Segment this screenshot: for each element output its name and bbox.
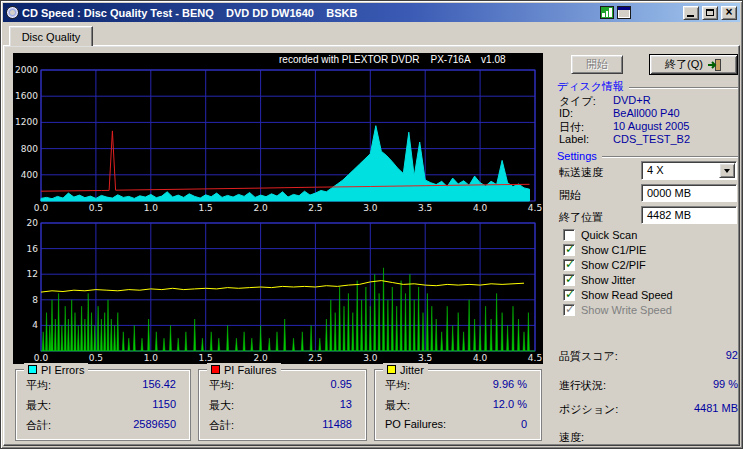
stat-row-value: 156.42 xyxy=(142,378,176,390)
checkbox-show-c1-pie[interactable]: ✓Show C1/PIE xyxy=(563,243,646,256)
start-button[interactable]: 開始 xyxy=(571,55,623,74)
stat-row-value: 11488 xyxy=(322,418,352,430)
svg-text:4.5: 4.5 xyxy=(528,203,542,213)
stat-box-legend: PI Failures xyxy=(207,363,281,376)
checkbox-box[interactable]: ✓ xyxy=(563,289,575,301)
window-tray-icon[interactable] xyxy=(617,6,631,19)
disc-info-row: タイプ:DVD+R xyxy=(559,94,738,107)
stat-box-legend: PI Errors xyxy=(24,363,88,376)
checkbox-box[interactable]: ✓ xyxy=(563,274,575,286)
svg-text:20: 20 xyxy=(27,219,39,228)
svg-text:1.0: 1.0 xyxy=(144,353,159,363)
stat-row-label: PO Failures: xyxy=(385,418,446,430)
disc-info-header-label: ディスク情報 xyxy=(557,79,629,94)
disc-info-row: Label:CDS_TEST_B2 xyxy=(559,133,738,146)
pie-errors-chart-svg: 4008001200160020000.00.51.01.52.02.53.03… xyxy=(13,66,543,214)
quality-score-value: 92 xyxy=(726,349,738,361)
app-cd-icon xyxy=(6,6,19,19)
stat-box-title: Jitter xyxy=(400,364,424,376)
maximize-button[interactable] xyxy=(702,6,718,20)
stat-row-value: 0.95 xyxy=(331,378,352,390)
speed-select-value: 4 X xyxy=(647,164,664,176)
tab-disc-quality[interactable]: Disc Quality xyxy=(9,26,93,46)
divider xyxy=(602,156,738,158)
checkbox-show-read-speed[interactable]: ✓Show Read Speed xyxy=(563,288,673,301)
titlebar[interactable]: CD Speed : Disc Quality Test - BENQ DVD … xyxy=(3,3,740,22)
checkbox-quick-scan[interactable]: Quick Scan xyxy=(563,228,637,241)
application-window: CD Speed : Disc Quality Test - BENQ DVD … xyxy=(0,0,743,449)
stat-row-label: 最大: xyxy=(209,398,234,413)
close-button[interactable]: × xyxy=(721,6,737,20)
disc-info-row-value: BeAll000 P40 xyxy=(613,107,680,119)
svg-text:2.5: 2.5 xyxy=(308,353,322,363)
status-row-value: 4481 MB xyxy=(694,402,738,414)
stat-row-label: 平均: xyxy=(26,378,51,393)
stat-row: 平均:156.42 xyxy=(26,378,176,391)
status-row-1: ポジション:4481 MB xyxy=(559,402,738,415)
stat-row: 平均:9.96 % xyxy=(385,378,527,391)
minimize-button[interactable] xyxy=(683,6,699,20)
exit-door-icon xyxy=(707,58,722,72)
checkmark-icon: ✓ xyxy=(565,302,575,316)
stat-box-title: PI Errors xyxy=(41,364,84,376)
checkmark-icon: ✓ xyxy=(565,242,575,256)
checkbox-show-c2-pif[interactable]: ✓Show C2/PIF xyxy=(563,258,646,271)
pie-errors-chart: 4008001200160020000.00.51.01.52.02.53.03… xyxy=(13,66,543,214)
disc-info-row-value: DVD+R xyxy=(613,94,651,106)
stat-row-value: 13 xyxy=(340,398,352,410)
checkbox-box[interactable]: ✓ xyxy=(563,304,575,316)
stat-row-label: 平均: xyxy=(209,378,234,393)
svg-text:4.0: 4.0 xyxy=(473,203,488,213)
pi-errors-swatch-icon xyxy=(28,365,37,374)
start-button-label: 開始 xyxy=(586,57,608,72)
checkbox-box[interactable]: ✓ xyxy=(563,259,575,271)
status-row-label: ポジション: xyxy=(559,402,618,417)
stat-row-label: 平均: xyxy=(385,378,410,393)
stat-row: 最大:1150 xyxy=(26,398,176,411)
stat-row: 合計:11488 xyxy=(209,418,352,431)
checkbox-box[interactable]: ✓ xyxy=(563,244,575,256)
svg-text:0.5: 0.5 xyxy=(89,203,103,213)
svg-text:0.5: 0.5 xyxy=(89,353,103,363)
pif-jitter-chart-svg: 481216200.00.51.01.52.02.53.03.54.04.5 xyxy=(13,219,543,364)
svg-text:3.0: 3.0 xyxy=(363,203,378,213)
speed-select[interactable]: 4 X xyxy=(641,161,737,180)
svg-text:8: 8 xyxy=(32,295,38,305)
stat-row-value: 2589650 xyxy=(133,418,176,430)
stat-box-jitter: Jitter平均:9.96 %最大:12.0 %PO Failures:0 xyxy=(374,369,542,441)
stat-box-legend: Jitter xyxy=(383,363,428,376)
stat-box-title: PI Failures xyxy=(224,364,277,376)
stat-box-pi-errors: PI Errors平均:156.42最大:1150合計:2589650 xyxy=(15,369,191,441)
stat-row-value: 12.0 % xyxy=(493,398,527,410)
checkbox-label: Quick Scan xyxy=(581,229,637,241)
tab-label: Disc Quality xyxy=(22,31,81,43)
chart-tray-icon[interactable] xyxy=(600,6,614,19)
checkmark-icon: ✓ xyxy=(565,287,575,301)
checkbox-box[interactable] xyxy=(563,229,575,241)
transfer-speed-label: 転送速度 xyxy=(559,165,603,180)
checkbox-label: Show Jitter xyxy=(581,274,635,286)
checkbox-show-write-speed[interactable]: ✓Show Write Speed xyxy=(563,303,672,316)
svg-text:3.0: 3.0 xyxy=(363,353,378,363)
svg-text:1.5: 1.5 xyxy=(199,203,213,213)
disc-info-row: ID:BeAll000 P40 xyxy=(559,107,738,120)
start-position-input[interactable]: 0000 MB xyxy=(641,184,737,202)
disc-info-row-value: CDS_TEST_B2 xyxy=(613,133,690,145)
svg-text:16: 16 xyxy=(27,244,39,254)
stat-box-pi-failures: PI Failures平均:0.95最大:13合計:11488 xyxy=(198,369,367,441)
maximize-icon xyxy=(706,9,714,16)
disc-info-row-label: 日付: xyxy=(559,121,584,133)
chevron-down-icon[interactable] xyxy=(719,163,735,178)
svg-text:3.5: 3.5 xyxy=(418,203,432,213)
svg-text:1.5: 1.5 xyxy=(199,353,213,363)
divider xyxy=(629,87,738,89)
stat-row-label: 合計: xyxy=(209,418,234,433)
stat-row: 最大:12.0 % xyxy=(385,398,527,411)
checkbox-show-jitter[interactable]: ✓Show Jitter xyxy=(563,273,635,286)
svg-text:800: 800 xyxy=(21,144,38,154)
stat-row: PO Failures:0 xyxy=(385,418,527,431)
pif-jitter-chart: 481216200.00.51.01.52.02.53.03.54.04.5 xyxy=(13,219,543,364)
end-position-input[interactable]: 4482 MB xyxy=(641,206,737,224)
svg-text:2000: 2000 xyxy=(15,66,38,75)
exit-button[interactable]: 終了(Q) xyxy=(649,54,738,75)
